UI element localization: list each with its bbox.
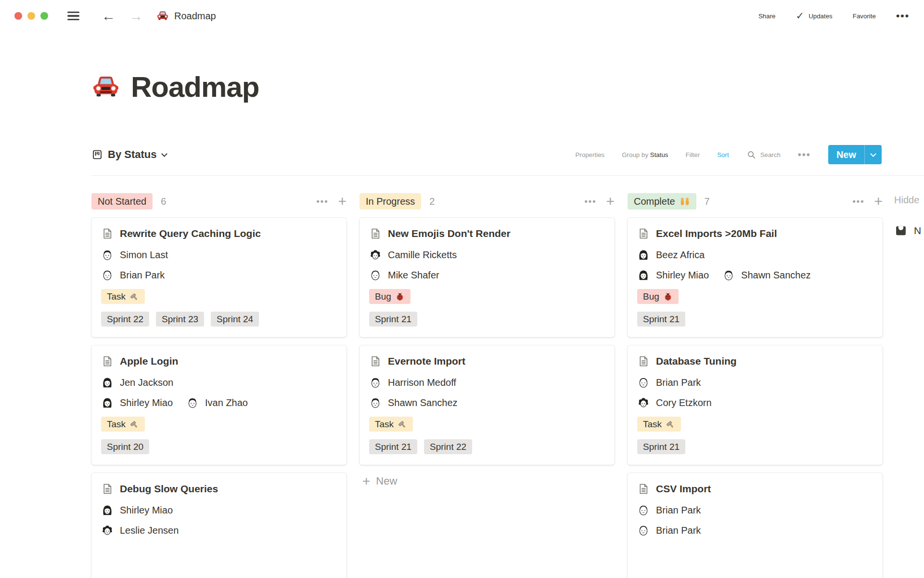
new-card-button[interactable]: +New [359,474,615,488]
sprint-chip: Sprint 22 [424,439,472,454]
avatar [101,524,114,537]
breadcrumb[interactable]: Roadmap [156,10,216,22]
hidden-columns-section: Hidde N [894,195,924,237]
column-status-label: Not Started [98,196,146,207]
person: Simon Last [101,249,168,261]
tag-label: Task [107,419,126,430]
minimize-window-button[interactable] [27,12,35,20]
person-name: Simon Last [120,250,168,261]
group-by-button[interactable]: Group by Status [622,151,668,158]
person-name: Shawn Sanchez [741,270,811,281]
person-name: Harrison Medoff [388,377,456,388]
search-button[interactable]: Search [746,150,781,160]
page-car-emoji-icon[interactable] [91,73,120,102]
page-icon [637,483,650,495]
person-name: Brian Park [120,270,165,281]
back-arrow-icon[interactable]: ← [102,9,116,23]
sidebar-menu-icon[interactable] [67,12,79,21]
breadcrumb-title: Roadmap [174,11,216,22]
person-name: Leslie Jensen [120,525,179,536]
chevron-down-icon [870,151,876,157]
new-button[interactable]: New [828,149,864,160]
person-name: Brian Park [656,525,701,536]
tag-label: Bug [375,291,391,302]
ladybug-icon [663,292,673,302]
search-icon [746,150,757,160]
column-add-icon[interactable]: + [338,194,346,209]
column-more-icon[interactable]: ••• [317,197,329,207]
column-header: Not Started6•••+ [91,192,346,211]
chevron-down-icon [162,151,168,157]
person-name: Brian Park [656,377,701,388]
properties-button[interactable]: Properties [575,151,604,158]
avatar [369,376,382,389]
new-dropdown-button[interactable] [865,153,882,156]
sprint-chip: Sprint 21 [369,439,417,454]
column-status-badge[interactable]: Complete [628,193,696,210]
forward-arrow-icon[interactable]: → [129,9,143,23]
column-add-icon[interactable]: + [606,194,615,209]
person-name: Brian Park [656,505,701,516]
hammer-icon [129,420,139,429]
column-status-badge[interactable]: In Progress [359,193,421,210]
tag-task: Task [637,417,681,432]
person: Ivan Zhao [186,396,248,409]
kanban-board: Not Started6•••+Rewrite Query Caching Lo… [91,192,883,578]
share-button[interactable]: Share [758,13,776,20]
card-evernote-import[interactable]: Evernote ImportHarrison MedoffShawn Sanc… [359,345,615,465]
filter-button[interactable]: Filter [686,151,700,158]
view-switcher[interactable]: By Status [91,148,167,161]
avatar [722,269,735,281]
avatar [637,249,650,261]
column-more-icon[interactable]: ••• [585,197,597,207]
board-column-not-started: Not Started6•••+Rewrite Query Caching Lo… [91,192,346,578]
avatar [369,249,382,261]
plus-icon: + [362,474,370,488]
window-titlebar: ← → Roadmap Share ✓ Updates Favorite ••• [0,0,924,32]
card-rewrite-query-caching-logic[interactable]: Rewrite Query Caching LogicSimon LastBri… [91,218,346,337]
person: Leslie Jensen [101,524,179,537]
card-apple-login[interactable]: Apple LoginJen JacksonShirley MiaoIvan Z… [91,345,346,465]
person: Shawn Sanchez [369,396,458,409]
card-title-text: Rewrite Query Caching Logic [120,228,261,239]
tag-label: Task [643,419,662,430]
person: Harrison Medoff [369,376,456,389]
sprint-chip: Sprint 21 [369,312,417,327]
column-header: In Progress2•••+ [359,192,615,211]
card-excel-imports-20mb-fail[interactable]: Excel Imports >20Mb FailBeez AfricaShirl… [628,218,883,337]
updates-button[interactable]: ✓ Updates [796,10,833,22]
new-card-label: New [376,475,397,487]
column-count: 2 [429,196,435,207]
favorite-button[interactable]: Favorite [853,13,876,20]
sprint-chip: Sprint 23 [156,312,204,327]
sort-button[interactable]: Sort [717,151,729,158]
person-name: Camille Ricketts [388,250,457,261]
page-title[interactable]: Roadmap [131,70,259,104]
hidden-columns-label[interactable]: Hidde [894,195,924,206]
page-icon [637,227,650,240]
page-icon [101,355,114,368]
view-more-icon[interactable]: ••• [798,149,811,160]
card-debug-slow-queries[interactable]: Debug Slow QueriesShirley MiaoLeslie Jen… [91,473,346,578]
column-status-label: In Progress [366,196,415,207]
hammer-icon [398,420,407,429]
column-status-badge[interactable]: Not Started [91,193,153,210]
hidden-column-item[interactable]: N [894,224,924,237]
page-icon [369,227,382,240]
card-csv-import[interactable]: CSV ImportBrian ParkBrian Park [628,473,883,578]
more-options-icon[interactable]: ••• [896,10,910,22]
column-add-icon[interactable]: + [874,194,883,209]
card-database-tuning[interactable]: Database TuningBrian ParkCory EtzkornTas… [628,345,883,465]
zoom-window-button[interactable] [40,12,48,20]
column-more-icon[interactable]: ••• [853,197,865,207]
tag-label: Task [107,291,126,302]
close-window-button[interactable] [14,12,22,20]
tag-bug: Bug [369,289,411,304]
person: Camille Ricketts [369,249,457,261]
person-name: Shirley Miao [120,505,173,516]
card-new-emojis-don-t-render[interactable]: New Emojis Don't RenderCamille RickettsM… [359,218,615,337]
check-icon: ✓ [796,10,805,22]
traffic-lights [14,12,48,20]
view-name: By Status [108,148,156,161]
column-header: Complete7•••+ [628,192,883,211]
